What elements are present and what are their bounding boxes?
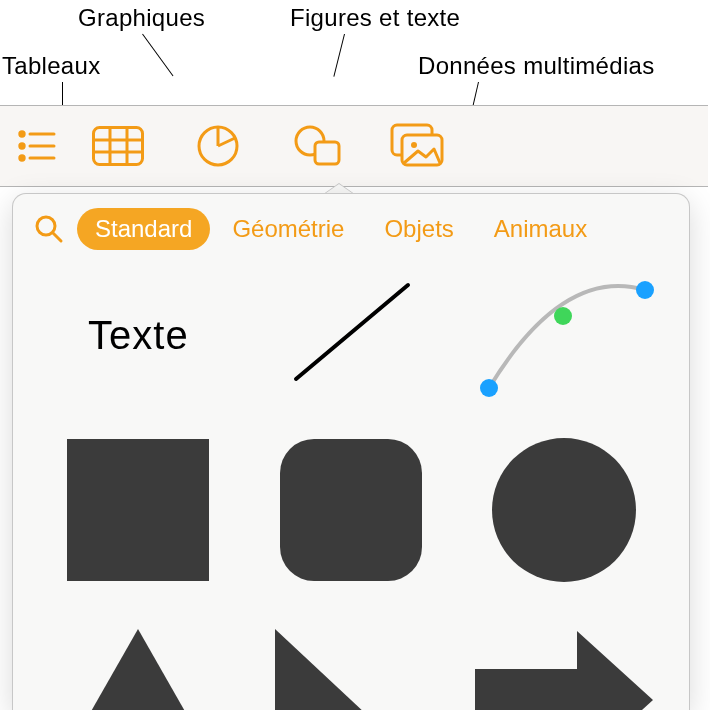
svg-point-0: [20, 132, 24, 136]
svg-rect-23: [67, 439, 209, 581]
rounded-square-icon: [276, 435, 426, 585]
callout-tableaux: Tableaux: [2, 52, 100, 80]
line-icon: [276, 275, 426, 395]
shape-arrow-right[interactable]: [464, 620, 664, 710]
shapes-popover: Standard Géométrie Objets Animaux Texte: [12, 193, 690, 710]
svg-point-16: [411, 142, 417, 148]
list-button[interactable]: [8, 116, 68, 176]
search-button[interactable]: [27, 214, 71, 244]
svg-rect-6: [94, 128, 143, 165]
shape-line[interactable]: [251, 270, 451, 400]
circle-icon: [489, 435, 639, 585]
svg-point-4: [20, 156, 24, 160]
tab-geometrie[interactable]: Géométrie: [214, 208, 362, 250]
svg-marker-27: [275, 629, 427, 710]
callout-media: Données multimédias: [418, 52, 654, 80]
svg-rect-13: [315, 142, 339, 164]
search-icon: [34, 214, 64, 244]
svg-rect-24: [280, 439, 422, 581]
shape-button[interactable]: [268, 116, 368, 176]
chart-icon: [196, 124, 240, 168]
list-icon: [18, 130, 58, 162]
svg-marker-26: [57, 629, 219, 710]
chart-button[interactable]: [168, 116, 268, 176]
media-button[interactable]: [368, 116, 468, 176]
tab-animaux[interactable]: Animaux: [476, 208, 605, 250]
curve-icon: [469, 270, 659, 400]
svg-point-2: [20, 144, 24, 148]
callout-graphiques: Graphiques: [78, 4, 205, 32]
arrow-right-icon: [469, 625, 659, 710]
shape-rounded-square[interactable]: [251, 430, 451, 590]
svg-marker-28: [475, 631, 653, 710]
media-icon: [390, 123, 446, 169]
shape-right-triangle[interactable]: [251, 620, 451, 710]
right-triangle-icon: [271, 625, 431, 710]
tabbar: Standard Géométrie Objets Animaux: [13, 194, 689, 264]
shape-square[interactable]: [38, 430, 238, 590]
table-button[interactable]: [68, 116, 168, 176]
toolbar: [0, 105, 708, 187]
svg-point-20: [480, 379, 498, 397]
tab-objets[interactable]: Objets: [366, 208, 471, 250]
shape-curve-draw[interactable]: [464, 270, 664, 400]
svg-line-19: [296, 285, 408, 379]
svg-line-18: [53, 233, 61, 241]
shape-text[interactable]: Texte: [38, 270, 238, 400]
tab-standard[interactable]: Standard: [77, 208, 210, 250]
svg-point-22: [636, 281, 654, 299]
shape-circle[interactable]: [464, 430, 664, 590]
triangle-icon: [53, 625, 223, 710]
svg-point-21: [554, 307, 572, 325]
svg-point-25: [492, 438, 636, 582]
callout-figures: Figures et texte: [290, 4, 460, 32]
shape-text-label: Texte: [88, 313, 189, 358]
shape-triangle[interactable]: [38, 620, 238, 710]
table-icon: [92, 126, 144, 166]
popover-caret: [322, 183, 356, 193]
square-icon: [63, 435, 213, 585]
shape-icon: [293, 124, 343, 168]
